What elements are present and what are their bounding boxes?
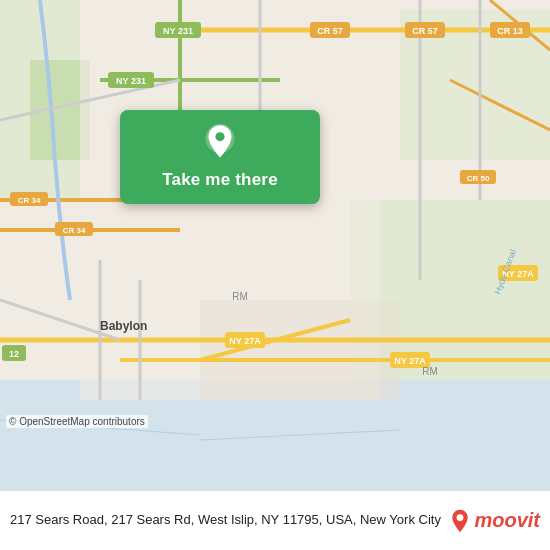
svg-text:NY 231: NY 231 bbox=[163, 26, 193, 36]
moovit-pin-icon bbox=[448, 509, 472, 533]
svg-text:CR 57: CR 57 bbox=[317, 26, 343, 36]
svg-text:CR 50: CR 50 bbox=[467, 174, 490, 183]
map-container: NY 231 CR 57 CR 57 CR 13 NY 231 CR 34 CR… bbox=[0, 0, 550, 490]
location-card[interactable]: Take me there bbox=[120, 110, 320, 204]
svg-text:RM: RM bbox=[422, 366, 438, 377]
svg-text:NY 231: NY 231 bbox=[116, 76, 146, 86]
take-me-there-button[interactable]: Take me there bbox=[162, 170, 278, 190]
moovit-logo: moovit bbox=[448, 509, 540, 533]
location-pin-icon bbox=[201, 124, 239, 162]
svg-text:RM: RM bbox=[232, 291, 248, 302]
bottom-bar: 217 Sears Road, 217 Sears Rd, West Islip… bbox=[0, 490, 550, 550]
svg-text:NY 27A: NY 27A bbox=[394, 356, 426, 366]
osm-credit: © OpenStreetMap contributors bbox=[6, 415, 148, 428]
svg-text:NY 27A: NY 27A bbox=[229, 336, 261, 346]
moovit-brand-name: moovit bbox=[474, 509, 540, 532]
svg-text:CR 34: CR 34 bbox=[18, 196, 41, 205]
svg-point-56 bbox=[457, 514, 464, 521]
svg-point-55 bbox=[215, 132, 224, 141]
address-text: 217 Sears Road, 217 Sears Rd, West Islip… bbox=[10, 511, 448, 529]
svg-text:12: 12 bbox=[9, 349, 19, 359]
svg-text:CR 34: CR 34 bbox=[63, 226, 86, 235]
svg-text:CR 57: CR 57 bbox=[412, 26, 438, 36]
svg-text:Babylon: Babylon bbox=[100, 319, 147, 333]
svg-text:CR 13: CR 13 bbox=[497, 26, 523, 36]
